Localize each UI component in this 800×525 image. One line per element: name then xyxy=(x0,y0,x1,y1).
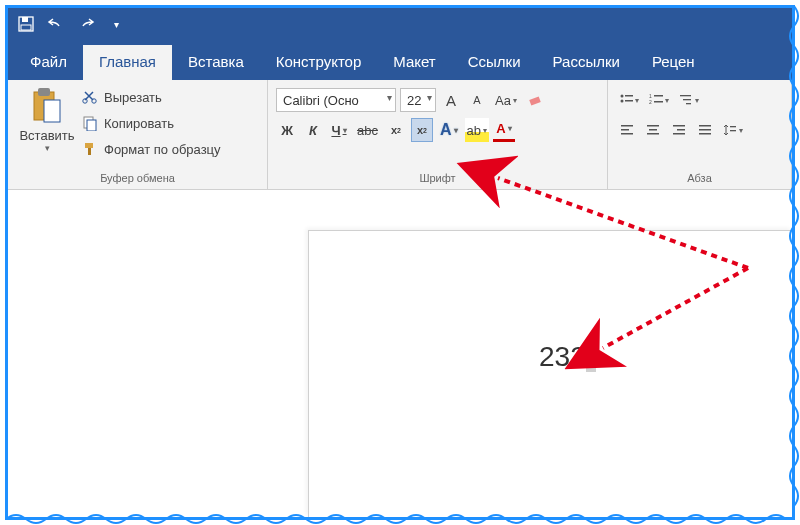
svg-rect-28 xyxy=(647,133,659,135)
font-color-button[interactable]: A xyxy=(493,118,515,142)
svg-rect-23 xyxy=(621,125,633,127)
grow-font-button[interactable]: A xyxy=(440,88,462,112)
svg-rect-24 xyxy=(621,129,629,131)
document-text[interactable]: 232 xyxy=(539,341,596,373)
svg-rect-5 xyxy=(44,100,60,122)
chevron-down-icon: ▾ xyxy=(45,143,50,153)
svg-rect-26 xyxy=(647,125,659,127)
strikethrough-button[interactable]: abc xyxy=(354,118,381,142)
font-name-select[interactable]: Calibri (Осно xyxy=(276,88,396,112)
underline-button[interactable]: Ч xyxy=(328,118,350,142)
line-spacing-button[interactable] xyxy=(720,118,746,142)
svg-rect-33 xyxy=(699,129,711,131)
brush-icon xyxy=(82,141,98,157)
quick-access-toolbar: ▾ xyxy=(8,8,792,40)
superscript-button[interactable]: x2 xyxy=(411,118,433,142)
svg-rect-27 xyxy=(649,129,657,131)
align-center-icon xyxy=(646,123,660,137)
paste-icon xyxy=(30,86,64,126)
tab-layout[interactable]: Макет xyxy=(377,45,451,80)
group-paragraph: 12 Абза xyxy=(608,80,792,189)
align-right-button[interactable] xyxy=(668,118,690,142)
group-label-font: Шрифт xyxy=(276,170,599,187)
svg-rect-2 xyxy=(21,25,31,30)
change-case-button[interactable]: Aa xyxy=(492,88,520,112)
tab-mailings[interactable]: Рассылки xyxy=(537,45,636,80)
svg-rect-4 xyxy=(38,88,50,96)
svg-rect-10 xyxy=(85,143,93,148)
align-left-icon xyxy=(620,123,634,137)
multilevel-list-button[interactable] xyxy=(676,88,702,112)
svg-rect-22 xyxy=(686,103,691,104)
group-clipboard: Вставить ▾ Вырезать Копировать Формат по… xyxy=(8,80,268,189)
numbering-button[interactable]: 12 xyxy=(646,88,672,112)
clear-formatting-button[interactable] xyxy=(524,88,546,112)
svg-point-12 xyxy=(621,95,624,98)
align-right-icon xyxy=(672,123,686,137)
align-center-button[interactable] xyxy=(642,118,664,142)
bold-button[interactable]: Ж xyxy=(276,118,298,142)
align-left-button[interactable] xyxy=(616,118,638,142)
svg-point-14 xyxy=(621,100,624,103)
cut-button[interactable]: Вырезать xyxy=(82,86,221,108)
group-label-clipboard: Буфер обмена xyxy=(16,170,259,187)
tab-home[interactable]: Главная xyxy=(83,45,172,80)
format-painter-button[interactable]: Формат по образцу xyxy=(82,138,221,160)
copy-icon xyxy=(82,115,98,131)
tab-file[interactable]: Файл xyxy=(14,45,83,80)
qat-customize-icon[interactable]: ▾ xyxy=(106,14,126,34)
svg-rect-30 xyxy=(677,129,685,131)
format-painter-label: Формат по образцу xyxy=(104,142,221,157)
redo-icon[interactable] xyxy=(76,14,96,34)
svg-rect-35 xyxy=(730,126,736,127)
svg-rect-17 xyxy=(654,95,663,97)
svg-rect-9 xyxy=(87,120,96,131)
bullets-button[interactable] xyxy=(616,88,642,112)
svg-rect-20 xyxy=(680,95,691,96)
svg-rect-32 xyxy=(699,125,711,127)
italic-button[interactable]: К xyxy=(302,118,324,142)
justify-icon xyxy=(698,123,712,137)
numbering-icon: 12 xyxy=(649,93,663,107)
font-size-select[interactable]: 22 xyxy=(400,88,436,112)
paste-button[interactable]: Вставить ▾ xyxy=(16,84,78,153)
tab-review[interactable]: Рецен xyxy=(636,45,711,80)
text-cursor xyxy=(586,341,596,372)
line-spacing-icon xyxy=(723,123,737,137)
svg-rect-29 xyxy=(673,125,685,127)
paste-label: Вставить xyxy=(19,128,74,143)
svg-rect-15 xyxy=(625,100,633,102)
document-page[interactable]: 232 xyxy=(308,230,792,517)
multilevel-icon xyxy=(679,93,693,107)
svg-rect-21 xyxy=(683,99,691,100)
shrink-font-button[interactable]: A xyxy=(466,88,488,112)
svg-rect-25 xyxy=(621,133,633,135)
tab-design[interactable]: Конструктор xyxy=(260,45,378,80)
group-label-paragraph: Абза xyxy=(616,170,783,187)
copy-label: Копировать xyxy=(104,116,174,131)
document-number: 232 xyxy=(539,341,586,372)
text-effects-button[interactable]: A xyxy=(437,118,461,142)
eraser-icon xyxy=(527,92,543,108)
undo-icon[interactable] xyxy=(46,14,66,34)
ribbon: Вставить ▾ Вырезать Копировать Формат по… xyxy=(8,80,792,190)
copy-button[interactable]: Копировать xyxy=(82,112,221,134)
justify-button[interactable] xyxy=(694,118,716,142)
svg-rect-11 xyxy=(529,96,540,105)
svg-rect-13 xyxy=(625,95,633,97)
svg-rect-19 xyxy=(654,101,663,103)
svg-rect-31 xyxy=(673,133,685,135)
scissors-icon xyxy=(82,89,98,105)
svg-rect-36 xyxy=(730,130,736,131)
svg-rect-1 xyxy=(22,17,28,22)
tab-insert[interactable]: Вставка xyxy=(172,45,260,80)
tab-references[interactable]: Ссылки xyxy=(452,45,537,80)
save-icon[interactable] xyxy=(16,14,36,34)
subscript-button[interactable]: x2 xyxy=(385,118,407,142)
ribbon-tabs: Файл Главная Вставка Конструктор Макет С… xyxy=(8,40,792,80)
svg-text:2: 2 xyxy=(649,99,652,105)
svg-point-7 xyxy=(92,99,96,103)
bullets-icon xyxy=(619,93,633,107)
group-font: Calibri (Осно 22 A A Aa Ж К Ч abc x2 x2 xyxy=(268,80,608,189)
highlight-button[interactable]: ab xyxy=(465,118,489,142)
